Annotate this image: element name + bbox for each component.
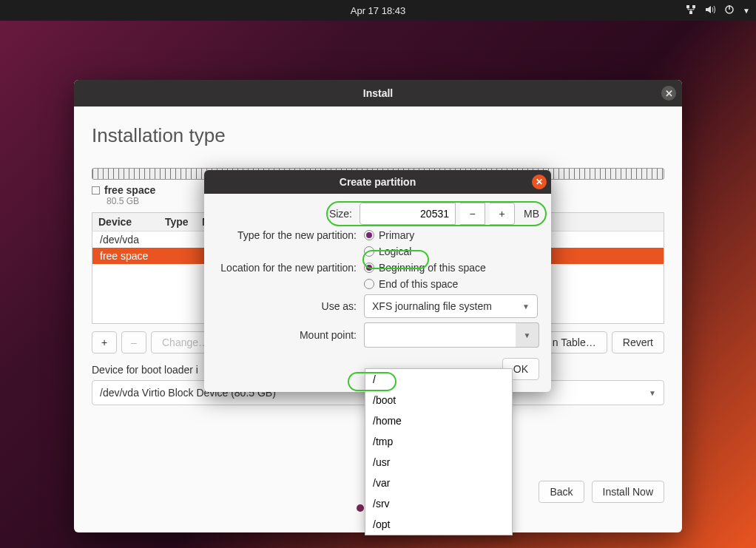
dot <box>357 504 364 512</box>
radio-end-label: End of this space <box>379 278 458 290</box>
size-increment-button[interactable]: + <box>490 203 515 225</box>
partition-type-label: Type for the new partition: <box>216 229 364 241</box>
top-bar: Apr 17 18:43 ▼ <box>0 0 756 21</box>
radio-end[interactable]: End of this space <box>364 278 539 290</box>
radio-icon <box>364 279 374 289</box>
radio-icon <box>364 263 374 273</box>
dialog-close-button[interactable]: ✕ <box>532 175 547 189</box>
radio-beginning-label: Beginning of this space <box>379 262 486 274</box>
mount-point-dropdown-button[interactable]: ▼ <box>516 322 539 348</box>
window-title: Install <box>363 87 393 99</box>
dialog-titlebar: Create partition ✕ <box>204 170 551 194</box>
dialog-title: Create partition <box>340 176 416 188</box>
radio-beginning[interactable]: Beginning of this space <box>364 262 539 274</box>
page-title: Installation type <box>92 124 664 147</box>
size-unit: MB <box>524 208 539 220</box>
size-decrement-button[interactable]: − <box>460 203 485 225</box>
svg-rect-4 <box>729 5 730 10</box>
radio-logical-label: Logical <box>379 246 411 257</box>
use-as-label: Use as: <box>216 300 364 312</box>
window-close-button[interactable]: ✕ <box>661 86 676 101</box>
menu-caret-icon[interactable]: ▼ <box>743 7 750 15</box>
mount-option-var[interactable]: /var <box>365 473 512 493</box>
mount-option-srv[interactable]: /srv <box>365 493 512 514</box>
use-as-dropdown[interactable]: XFS journaling file system ▼ <box>364 294 538 318</box>
use-as-value: XFS journaling file system <box>372 300 492 312</box>
col-type: Type <box>165 216 202 228</box>
free-space-swatch <box>92 186 100 194</box>
location-label: Location for the new partition: <box>216 262 364 274</box>
mount-point-label: Mount point: <box>216 329 364 341</box>
mount-option-root[interactable]: / <box>365 369 512 390</box>
mount-point-input[interactable] <box>364 322 516 348</box>
power-icon[interactable] <box>723 4 735 18</box>
size-input[interactable] <box>360 203 456 225</box>
clock: Apr 17 18:43 <box>351 5 405 16</box>
mount-point-menu: / /boot /home /tmp /usr /var /srv /opt <box>365 368 513 535</box>
mount-option-tmp[interactable]: /tmp <box>365 431 512 452</box>
nav-buttons: Back Install Now <box>539 481 664 503</box>
install-now-button[interactable]: Install Now <box>592 481 664 503</box>
mount-option-home[interactable]: /home <box>365 410 512 431</box>
system-tray[interactable]: ▼ <box>685 4 750 18</box>
network-icon[interactable] <box>685 4 697 18</box>
radio-logical[interactable]: Logical <box>364 246 539 257</box>
radio-icon <box>364 230 374 240</box>
col-device: Device <box>98 216 165 228</box>
back-button[interactable]: Back <box>539 481 584 503</box>
chevron-down-icon: ▼ <box>522 302 530 311</box>
revert-button[interactable]: Revert <box>612 331 664 354</box>
volume-icon[interactable] <box>704 4 716 18</box>
free-space-label: free space <box>104 184 155 196</box>
remove-partition-button[interactable]: – <box>121 331 146 354</box>
create-partition-dialog: Create partition ✕ Size: − + MB Type for… <box>204 170 551 392</box>
chevron-down-icon: ▼ <box>524 331 531 339</box>
new-partition-table-button[interactable]: n Table… <box>541 331 607 354</box>
svg-rect-2 <box>689 11 692 14</box>
mount-option-boot[interactable]: /boot <box>365 390 512 410</box>
radio-primary[interactable]: Primary <box>364 229 539 241</box>
svg-rect-0 <box>686 5 689 8</box>
mount-option-opt[interactable]: /opt <box>365 514 512 535</box>
chevron-down-icon: ▼ <box>649 389 656 397</box>
mount-option-usr[interactable]: /usr <box>365 452 512 473</box>
size-label: Size: <box>216 208 360 220</box>
add-partition-button[interactable]: + <box>92 331 117 354</box>
radio-icon <box>364 246 374 257</box>
svg-rect-1 <box>692 5 695 8</box>
radio-primary-label: Primary <box>379 229 414 241</box>
window-titlebar: Install ✕ <box>74 80 682 106</box>
